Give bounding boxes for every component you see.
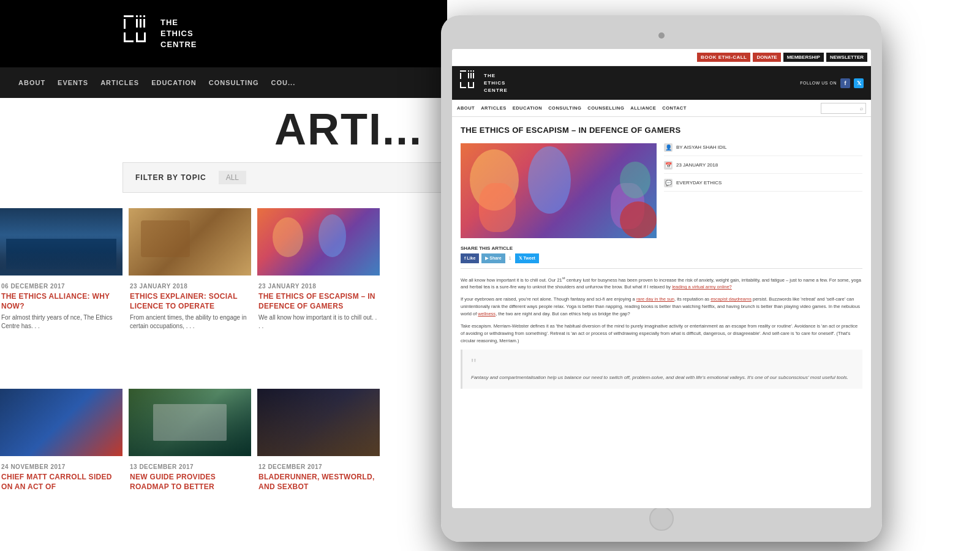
facebook-icon[interactable]: f — [840, 78, 850, 88]
share-buttons: f Like ▶ Share 1 𝕏 Tweet — [461, 253, 862, 263]
article-title-3[interactable]: CHIEF MATT CARROLL SIDED ON AN ACT OF — [1, 473, 121, 492]
article-title-4[interactable]: NEW GUIDE PROVIDES ROADMAP TO BETTER — [130, 473, 250, 492]
tablet-article-title: THE ETHICS OF ESCAPISM – IN DEFENCE OF G… — [461, 126, 862, 136]
article-body-para3: Take escapism. Merriam-Webster defines i… — [461, 323, 862, 345]
tablet-screen: BOOK ETHI-CALL DONATE MEMBERSHIP NEWSLET… — [452, 49, 871, 508]
svg-rect-9 — [124, 40, 134, 42]
svg-rect-11 — [144, 32, 146, 41]
svg-rect-14 — [460, 73, 461, 79]
article-author-meta: 👤 BY AISYAH SHAH IDIL — [664, 143, 862, 156]
ethics-centre-logo-icon — [123, 14, 153, 54]
tablet-nav-articles[interactable]: ARTICLES — [481, 105, 507, 111]
article-img-olympics — [0, 389, 123, 456]
nav-about[interactable]: ABOUT — [18, 79, 45, 86]
svg-rect-20 — [473, 73, 474, 78]
svg-rect-12 — [136, 40, 146, 42]
article-title-2[interactable]: THE ETHICS OF ESCAPISM – IN DEFENCE OF G… — [258, 292, 379, 311]
article-category: EVERYDAY ETHICS — [676, 180, 722, 186]
svg-rect-16 — [470, 70, 472, 72]
twitter-icon[interactable]: 𝕏 — [854, 78, 864, 88]
svg-rect-7 — [143, 19, 145, 28]
nav-consulting[interactable]: CONSULTING — [209, 79, 259, 86]
tablet-device: BOOK ETHI-CALL DONATE MEMBERSHIP NEWSLET… — [441, 15, 882, 542]
article-category-meta: 💬 EVERYDAY ETHICS — [664, 179, 862, 192]
tablet-membership-btn[interactable]: MEMBERSHIP — [783, 53, 824, 62]
svg-rect-19 — [470, 73, 472, 78]
facebook-share-btn[interactable]: f Like — [461, 253, 479, 263]
article-excerpt-2: We all know how important it is to chill… — [258, 313, 379, 331]
article-title-5[interactable]: BLADERUNNER, WESTWORLD, AND SEXBOT — [258, 473, 379, 492]
svg-rect-15 — [468, 70, 469, 72]
share-bar: SHARE THIS ARTICLE f Like ▶ Share 1 𝕏 Tw… — [461, 246, 862, 269]
nav-articles[interactable]: ARTICLES — [100, 79, 139, 86]
article-author: BY AISYAH SHAH IDIL — [676, 144, 726, 150]
tablet-search-box[interactable]: ⌕ — [821, 103, 866, 114]
svg-rect-25 — [468, 87, 474, 88]
tablet-search-input[interactable] — [824, 106, 858, 110]
svg-rect-3 — [140, 15, 141, 17]
tablet-nav-consulting[interactable]: CONSULTING — [548, 105, 581, 111]
article-date-3: 24 NOVEMBER 2017 — [1, 459, 121, 473]
articles-page-title: ARTI... — [0, 104, 447, 154]
filter-bar: FILTER BY TOPIC ALL — [123, 162, 447, 193]
article-date-meta: 📅 23 JANUARY 2018 — [664, 161, 862, 174]
article-date-4: 13 DECEMBER 2017 — [130, 459, 250, 473]
svg-rect-1 — [124, 19, 126, 29]
article-title-1[interactable]: ETHICS EXPLAINER: SOCIAL LICENCE TO OPER… — [130, 292, 250, 311]
article-card-1: 23 JANUARY 2018 ETHICS EXPLAINER: SOCIAL… — [129, 208, 251, 333]
desktop-logo[interactable]: THE ETHICS CENTRE — [123, 14, 197, 54]
tablet-newsletter-btn[interactable]: NEWSLETTER — [826, 53, 867, 62]
twitter-share-btn[interactable]: 𝕏 Tweet — [515, 253, 539, 263]
desktop-navigation: ABOUT EVENTS ARTICLES EDUCATION CONSULTI… — [0, 67, 447, 98]
tablet-nav-counselling[interactable]: COUNSELLING — [587, 105, 624, 111]
svg-rect-17 — [473, 70, 474, 72]
tablet-nav-education[interactable]: EDUCATION — [513, 105, 543, 111]
svg-rect-0 — [124, 15, 134, 17]
tablet-logo[interactable]: THE ETHICS CENTRE — [459, 70, 508, 97]
calendar-icon: 📅 — [664, 161, 673, 170]
article-date-1: 23 JANUARY 2018 — [130, 278, 250, 292]
tablet-top-bar: BOOK ETHI-CALL DONATE MEMBERSHIP NEWSLET… — [452, 49, 871, 66]
article-img-gamers — [257, 208, 380, 276]
filter-value[interactable]: ALL — [219, 171, 246, 184]
tablet-donate-btn[interactable]: DONATE — [753, 53, 780, 62]
svg-rect-24 — [473, 82, 474, 88]
tablet-logo-text: THE ETHICS CENTRE — [484, 72, 508, 94]
article-content-area: 👤 BY AISYAH SHAH IDIL 📅 23 JANUARY 2018 … — [461, 143, 862, 238]
desktop-logo-text: THE ETHICS CENTRE — [160, 17, 197, 51]
author-icon: 👤 — [664, 143, 673, 152]
article-body-para1: We all know how important it is to chill… — [461, 275, 862, 291]
tablet-book-btn[interactable]: BOOK ETHI-CALL — [697, 53, 750, 62]
tablet-nav-about[interactable]: ABOUT — [457, 105, 475, 111]
article-hero-image — [461, 143, 657, 238]
article-date-0: 06 DECEMBER 2017 — [1, 278, 121, 292]
article-img-chess — [129, 208, 251, 276]
share-btn-sh[interactable]: ▶ Share — [481, 253, 505, 263]
tablet-navigation: ABOUT ARTICLES EDUCATION CONSULTING COUN… — [452, 100, 871, 117]
article-card-2: 23 JANUARY 2018 THE ETHICS OF ESCAPISM –… — [257, 208, 380, 333]
article-card-5: 12 DECEMBER 2017 BLADERUNNER, WESTWORLD,… — [257, 389, 380, 494]
svg-rect-18 — [468, 73, 469, 78]
search-icon: ⌕ — [860, 105, 863, 111]
article-date-2: 23 JANUARY 2018 — [258, 278, 379, 292]
tablet-logo-icon — [459, 70, 479, 97]
article-img-woman — [257, 389, 380, 456]
article-title-0[interactable]: THE ETHICS ALLIANCE: WHY NOW? — [1, 292, 121, 311]
tablet-nav-alliance[interactable]: ALLIANCE — [630, 105, 656, 111]
tablet-home-button[interactable] — [649, 506, 674, 531]
desktop-header: THE ETHICS CENTRE — [0, 0, 447, 67]
tablet-social-follow: FOLLOW US ON f 𝕏 — [800, 78, 864, 88]
nav-counselling[interactable]: COU... — [271, 79, 296, 86]
share-label: SHARE THIS ARTICLE — [461, 246, 862, 251]
articles-grid-row1: 06 DECEMBER 2017 THE ETHICS ALLIANCE: WH… — [0, 208, 447, 333]
svg-rect-13 — [460, 70, 466, 72]
blockquote-text: Fantasy and compartmentalisation help us… — [471, 374, 854, 381]
tablet-article-content: THE ETHICS OF ESCAPISM – IN DEFENCE OF G… — [452, 117, 871, 508]
article-date: 23 JANUARY 2018 — [676, 162, 718, 168]
article-body-para2: If your eyebrows are raised, you're not … — [461, 296, 862, 318]
nav-education[interactable]: EDUCATION — [151, 79, 197, 86]
article-card-0: 06 DECEMBER 2017 THE ETHICS ALLIANCE: WH… — [0, 208, 123, 333]
nav-events[interactable]: EVENTS — [58, 79, 88, 86]
tablet-camera — [658, 32, 665, 39]
tablet-nav-contact[interactable]: CONTACT — [662, 105, 687, 111]
